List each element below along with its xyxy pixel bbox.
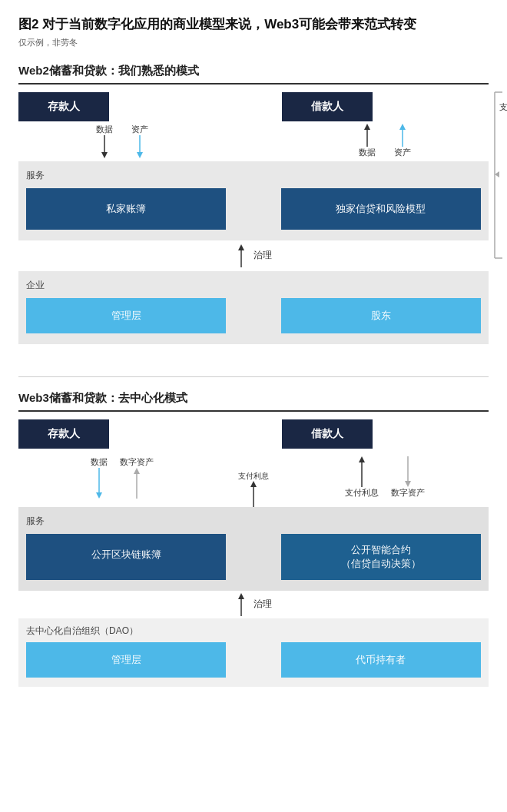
svg-marker-23 bbox=[405, 481, 411, 487]
web2-asset-label-left: 资产 bbox=[131, 124, 148, 135]
web3-service-label: 服务 bbox=[26, 515, 481, 528]
section-divider bbox=[18, 376, 489, 377]
web2-diagram: 存款人 借款人 支付利息 bbox=[18, 92, 489, 353]
web2-depositor-box: 存款人 bbox=[18, 92, 109, 121]
web3-service-section: 服务 公开区块链账簿 公开智能合约 （信贷自动决策） bbox=[18, 507, 489, 591]
subtitle: 仅示例，非劳冬 bbox=[18, 37, 489, 48]
dao-box-right: 代币持有者 bbox=[281, 642, 481, 678]
web2-data-label-right: 数据 bbox=[359, 147, 376, 158]
dao-label: 去中心化自治组织（DAO） bbox=[26, 625, 481, 638]
web3-arrow-up-digital-left bbox=[131, 468, 143, 499]
arrow-up-asset-right bbox=[396, 124, 409, 147]
web3-governance-label: 治理 bbox=[254, 598, 272, 611]
arrow-up-governance bbox=[235, 244, 247, 267]
dao-section: 去中心化自治组织（DAO） 管理层 代币持有者 bbox=[18, 618, 489, 687]
web3-arrow-up-governance bbox=[235, 593, 247, 616]
web3-pay-interest-mid: 支付利息 bbox=[238, 472, 269, 481]
web3-section-title: Web3储蓄和贷款：去中心化模式 bbox=[18, 391, 489, 412]
svg-marker-7 bbox=[137, 152, 143, 158]
arrow-down-data-left bbox=[98, 135, 111, 158]
web3-borrower-box: 借款人 bbox=[282, 419, 373, 449]
web3-arrow-down-data bbox=[93, 468, 105, 499]
web2-enterprise-label: 企业 bbox=[26, 279, 481, 292]
web3-arrow-up-pay-interest-right bbox=[356, 456, 368, 487]
web3-digital-asset-right: 数字资产 bbox=[391, 487, 425, 499]
pay-interest-bracket bbox=[492, 91, 507, 260]
web3-digital-asset-label-left: 数字资产 bbox=[120, 456, 154, 468]
web2-service-box-right: 独家信贷和风险模型 bbox=[281, 188, 481, 230]
web2-enterprise-section: 企业 管理层 股东 bbox=[18, 271, 489, 344]
svg-marker-15 bbox=[96, 492, 102, 499]
web3-data-label: 数据 bbox=[91, 456, 108, 468]
web2-service-section: 服务 私家账簿 独家信贷和风险模型 bbox=[18, 161, 489, 240]
svg-marker-5 bbox=[101, 152, 108, 158]
web2-asset-label-right: 资产 bbox=[394, 147, 411, 158]
web3-governance-row: 治理 bbox=[18, 591, 489, 618]
web2-section: Web2储蓄和贷款：我们熟悉的模式 存款人 借款人 支付利息 bbox=[18, 64, 489, 353]
web3-pay-interest-right: 支付利息 bbox=[345, 487, 379, 499]
web2-service-label: 服务 bbox=[26, 169, 481, 182]
web3-service-box-left: 公开区块链账簿 bbox=[26, 534, 226, 580]
web3-arrow-pay-interest-mid bbox=[248, 481, 259, 507]
web2-borrower-box: 借款人 bbox=[282, 92, 373, 121]
web3-section: Web3储蓄和贷款：去中心化模式 存款人 借款人 数据 bbox=[18, 391, 489, 742]
web3-depositor-box: 存款人 bbox=[18, 419, 109, 449]
web2-data-label-left: 数据 bbox=[96, 124, 113, 135]
web3-arrow-down-digital-right bbox=[402, 456, 414, 487]
web3-service-box-right: 公开智能合约 （信贷自动决策） bbox=[281, 534, 481, 580]
web2-section-title: Web2储蓄和贷款：我们熟悉的模式 bbox=[18, 64, 489, 85]
dao-box-left: 管理层 bbox=[26, 642, 226, 678]
arrow-up-data-right bbox=[361, 124, 373, 147]
main-title: 图2 对于当前数字化应用的商业模型来说，Web3可能会带来范式转变 bbox=[18, 15, 489, 34]
arrow-down-asset-left bbox=[134, 135, 146, 158]
svg-marker-3 bbox=[495, 171, 499, 177]
web2-enterprise-box-left: 管理层 bbox=[26, 298, 226, 333]
web3-diagram: 存款人 借款人 数据 数字资产 bbox=[18, 419, 489, 742]
web2-enterprise-box-right: 股东 bbox=[281, 298, 481, 333]
web2-service-box-left: 私家账簿 bbox=[26, 188, 226, 230]
web2-governance-label: 治理 bbox=[254, 249, 272, 262]
web2-governance-row: 治理 bbox=[18, 240, 489, 271]
